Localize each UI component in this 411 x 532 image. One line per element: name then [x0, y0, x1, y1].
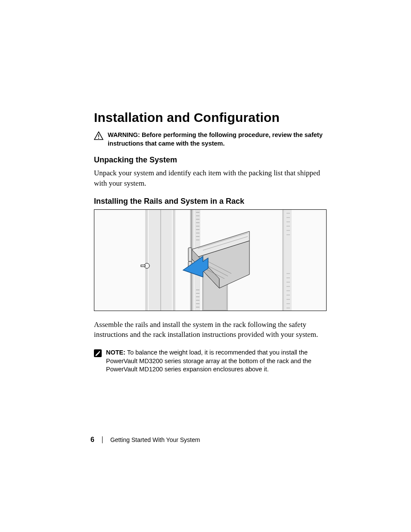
svg-rect-27 [284, 210, 292, 311]
heading-installing-rails: Installing the Rails and System in a Rac… [94, 197, 327, 206]
footer-title: Getting Started With Your System [110, 436, 200, 443]
warning-block: WARNING: Before performing the following… [94, 131, 327, 148]
warning-text: WARNING: Before performing the following… [108, 131, 327, 148]
paragraph-unpacking: Unpack your system and identify each ite… [94, 168, 327, 188]
paragraph-assemble-rails: Assemble the rails and install the syste… [94, 320, 327, 340]
svg-rect-28 [282, 210, 284, 311]
note-body: To balance the weight load, it is recomm… [106, 349, 311, 373]
note-text: NOTE: To balance the weight load, it is … [106, 348, 327, 374]
content-area: Installation and Configuration WARNING: … [94, 110, 327, 382]
page-number: 6 [90, 436, 94, 444]
page-footer: 6 Getting Started With Your System [90, 436, 200, 444]
note-pencil-icon [94, 349, 102, 359]
footer-separator [102, 436, 103, 443]
svg-rect-8 [141, 265, 145, 267]
heading-unpacking: Unpacking the System [94, 156, 327, 165]
svg-rect-3 [145, 210, 148, 311]
note-label: NOTE: [106, 349, 125, 356]
svg-rect-6 [173, 210, 175, 311]
svg-point-2 [98, 138, 99, 139]
note-block: NOTE: To balance the weight load, it is … [94, 348, 327, 374]
svg-rect-4 [149, 210, 172, 311]
warning-label: WARNING: [108, 131, 140, 138]
document-page: Installation and Configuration WARNING: … [0, 0, 411, 532]
heading-main: Installation and Configuration [94, 110, 327, 125]
svg-rect-49 [188, 248, 192, 261]
warning-triangle-icon [94, 131, 103, 142]
rack-installation-figure [94, 209, 327, 311]
warning-body: Before performing the following procedur… [108, 131, 323, 147]
